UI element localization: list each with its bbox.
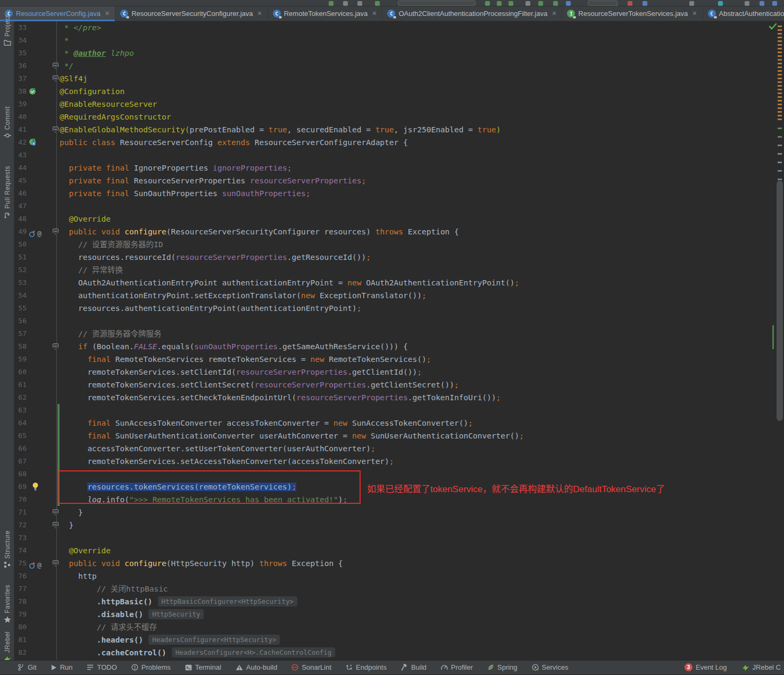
override-gutter-icon[interactable]: @ [29, 225, 52, 238]
code-line-58[interactable]: 58 if (Boolean.FALSE.equals(sunOauthProp… [14, 340, 784, 353]
code-line-45[interactable]: 45 private final ResourceServerPropertie… [14, 174, 784, 187]
line-number[interactable]: 38 [14, 85, 27, 98]
code-line-82[interactable]: 82 .cacheControl()HeadersConfigurer<H>.C… [14, 646, 784, 659]
statusbar-git[interactable]: Git [18, 663, 37, 671]
editor-tab-5[interactable]: IResourceServerTokenServices.java✕ [562, 6, 703, 21]
fold-marker[interactable] [53, 522, 59, 528]
line-number[interactable]: 42 [14, 136, 27, 149]
code-line-80[interactable]: 80 // 请求头不缓存 [14, 621, 784, 634]
code-line-67[interactable]: 67 remoteTokenServices.setAccessTokenCon… [14, 455, 784, 468]
statusbar-terminal[interactable]: Terminal [185, 663, 221, 671]
code-line-62[interactable]: 62 remoteTokenServices.setCheckTokenEndp… [14, 391, 784, 404]
line-number[interactable]: 48 [14, 213, 27, 225]
code-area[interactable]: 33 * </pre>34 *35 * @author lzhpo36 */37… [14, 21, 784, 659]
editor-tab-4[interactable]: COAuth2ClientAuthenticationProcessingFil… [382, 6, 562, 21]
line-number[interactable]: 79 [14, 608, 27, 621]
code-line-55[interactable]: 55 resources.authenticationEntryPoint(au… [14, 302, 784, 315]
code-line-51[interactable]: 51 resources.resourceId(resourceServerPr… [14, 251, 784, 264]
statusbar-event-log[interactable]: 3Event Log [685, 663, 727, 671]
code-line-61[interactable]: 61 remoteTokenServices.setClientSecret(r… [14, 378, 784, 391]
code-line-43[interactable]: 43 [14, 149, 784, 162]
code-line-42[interactable]: 42 public class ResourceServerConfig ext… [14, 136, 784, 149]
line-number[interactable]: 37 [14, 72, 27, 85]
line-number[interactable]: 34 [14, 34, 27, 47]
toolbar-button-icon[interactable] [760, 1, 764, 6]
stripe-item-pull-requests[interactable]: Pull Requests [0, 166, 14, 219]
code-line-79[interactable]: 79 .disable()HttpSecurity [14, 608, 784, 621]
toolbar-button-icon[interactable] [485, 1, 490, 6]
tab-close-icon[interactable]: ✕ [105, 10, 110, 17]
editor-tab-2[interactable]: CResourceServerSecurityConfigurer.java✕ [115, 6, 268, 21]
line-number[interactable]: 55 [14, 302, 27, 315]
code-line-78[interactable]: 78 .httpBasic()HttpBasicConfigurer<HttpS… [14, 595, 784, 608]
line-number[interactable]: 36 [14, 60, 27, 72]
statusbar-run[interactable]: Run [51, 663, 73, 671]
stripe-item-commit[interactable]: Commit [0, 106, 14, 140]
code-line-33[interactable]: 33 * </pre> [14, 21, 784, 34]
code-line-39[interactable]: 39@EnableResourceServer [14, 98, 784, 111]
toolbar-button-icon[interactable] [343, 1, 348, 6]
code-line-74[interactable]: 74 @Override [14, 544, 784, 557]
line-number[interactable]: 49 [14, 225, 27, 238]
toolbar-button-icon[interactable] [497, 1, 502, 6]
line-number[interactable]: 72 [14, 519, 27, 531]
toolbar-button-icon[interactable] [745, 1, 749, 6]
statusbar-profiler[interactable]: Profiler [441, 663, 473, 671]
toolbar-combo-box[interactable] [398, 1, 476, 6]
line-number[interactable]: 60 [14, 366, 27, 378]
code-line-76[interactable]: 76 http [14, 570, 784, 583]
line-number[interactable]: 82 [14, 646, 27, 659]
toolbar-button-icon[interactable] [538, 1, 543, 6]
line-number[interactable]: 66 [14, 442, 27, 455]
statusbar-auto-build[interactable]: Auto-build [236, 663, 278, 671]
line-number[interactable]: 53 [14, 276, 27, 289]
statusbar-build[interactable]: Build [401, 663, 427, 671]
line-number[interactable]: 57 [14, 327, 27, 340]
statusbar-spring[interactable]: Spring [487, 663, 518, 671]
line-number[interactable]: 61 [14, 378, 27, 391]
code-line-72[interactable]: 72 } [14, 519, 784, 531]
tab-close-icon[interactable]: ✕ [372, 10, 377, 17]
line-number[interactable]: 58 [14, 340, 27, 353]
editor[interactable]: 33 * </pre>34 *35 * @author lzhpo36 */37… [14, 21, 784, 660]
toolbar-button-icon[interactable] [553, 1, 558, 6]
line-number[interactable]: 64 [14, 417, 27, 429]
code-line-50[interactable]: 50 // 设置资源服务器的ID [14, 238, 784, 251]
code-line-66[interactable]: 66 accessTokenConverter.setUserTokenConv… [14, 442, 784, 455]
line-number[interactable]: 46 [14, 187, 27, 200]
code-line-46[interactable]: 46 private final SunOauthProperties sunO… [14, 187, 784, 200]
statusbar-sonarlint[interactable]: SonarLint [291, 663, 331, 671]
tab-close-icon[interactable]: ✕ [257, 10, 262, 17]
toolbar-button-icon[interactable] [718, 1, 723, 6]
spring-bean-gutter-icon[interactable] [29, 85, 52, 98]
line-number[interactable]: 77 [14, 583, 27, 595]
line-number[interactable]: 75 [14, 557, 27, 570]
code-line-38[interactable]: 38 @Configuration [14, 85, 784, 98]
toolbar-button-icon[interactable] [508, 1, 513, 6]
line-number[interactable]: 54 [14, 289, 27, 302]
code-line-47[interactable]: 47 [14, 200, 784, 213]
stripe-item-structure[interactable]: Structure [0, 530, 14, 569]
code-line-41[interactable]: 41@EnableGlobalMethodSecurity(prePostEna… [14, 123, 784, 136]
line-number[interactable]: 65 [14, 429, 27, 442]
line-number[interactable]: 70 [14, 493, 27, 506]
toolbar-button-icon[interactable] [375, 1, 380, 6]
code-line-56[interactable]: 56 [14, 315, 784, 327]
code-line-49[interactable]: 49 @ public void configure(ResourceServe… [14, 225, 784, 238]
line-number[interactable]: 73 [14, 531, 27, 544]
stripe-item-favorites[interactable]: Favorites [0, 585, 14, 623]
editor-tab-3[interactable]: CRemoteTokenServices.java✕ [268, 6, 383, 21]
line-number[interactable]: 47 [14, 200, 27, 213]
main-toolbar[interactable] [0, 0, 784, 6]
code-line-34[interactable]: 34 * [14, 34, 784, 47]
code-line-71[interactable]: 71 } [14, 506, 784, 519]
line-number[interactable]: 78 [14, 595, 27, 608]
line-number[interactable]: 41 [14, 123, 27, 136]
fold-marker[interactable] [53, 509, 59, 516]
line-number[interactable]: 51 [14, 251, 27, 264]
editor-tab-6[interactable]: CAbstractAuthenticationProcessingFilter.… [703, 6, 784, 21]
override-gutter-icon[interactable]: @ [29, 557, 52, 570]
statusbar-endpoints[interactable]: Endpoints [346, 663, 387, 671]
code-line-48[interactable]: 48 @Override [14, 213, 784, 225]
line-number[interactable]: 52 [14, 264, 27, 276]
